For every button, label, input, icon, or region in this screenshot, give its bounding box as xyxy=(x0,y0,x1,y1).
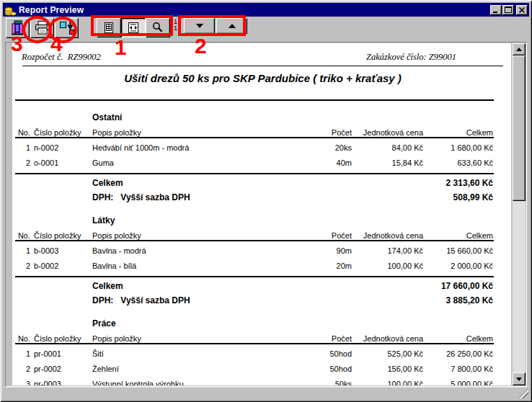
cell-quantity: 90m xyxy=(337,246,352,255)
page-fit-width-icon xyxy=(126,21,141,35)
cell-quantity: 40m xyxy=(337,158,352,167)
title-bar[interactable]: Report Preview xyxy=(3,3,529,17)
view-whole-page-button[interactable] xyxy=(97,18,121,37)
section-vat-value: 3 885,20 Kč xyxy=(446,295,493,305)
report-preview-window: Report Preview xyxy=(0,0,532,402)
arrow-up-icon xyxy=(229,24,236,28)
header-rule xyxy=(22,66,503,66)
view-fit-width-button[interactable] xyxy=(121,18,146,37)
printer-icon xyxy=(34,20,51,36)
col-item-number: Číslo položky xyxy=(34,231,81,240)
report-preview-button[interactable] xyxy=(6,18,30,38)
prev-page-button[interactable] xyxy=(216,18,247,34)
table-row: 2b-0002Bavlna - bílá20m100,00 Kč2 000,00… xyxy=(12,262,511,272)
preview-area: Rozpočet č. RZ99002 Zakázkové číslo: Z99… xyxy=(5,42,527,387)
col-item-number: Číslo položky xyxy=(34,334,81,343)
magnifier-icon xyxy=(151,21,165,35)
table-row: 1b-0003Bavlna - modrá90m174,00 Kč15 660,… xyxy=(12,246,511,256)
cell-description: Bavlna - modrá xyxy=(92,246,146,255)
col-description: Popis položky xyxy=(92,334,141,343)
report-title: Ušití drezů 50 ks pro SKP Pardubice ( tr… xyxy=(22,72,503,84)
section-total-label: Celkem xyxy=(92,178,123,188)
section-title: Práce xyxy=(92,318,116,329)
cell-description: Žehlení xyxy=(92,365,119,373)
cell-item-number: b-0002 xyxy=(34,262,58,270)
col-total: Celkem xyxy=(466,334,493,343)
view-zoom-button[interactable] xyxy=(146,18,170,37)
table-rule xyxy=(15,240,494,241)
cell-quantity: 20ks xyxy=(335,143,352,152)
col-total: Celkem xyxy=(466,231,493,240)
cell-quantity: 50ks xyxy=(335,380,352,385)
section-vat-row: DPH: Vyšší sazba DPH3 885,20 Kč xyxy=(12,295,511,305)
col-unit-price: Jednotková cena xyxy=(363,128,423,137)
cell-quantity: 50hod xyxy=(329,365,352,373)
table-rule xyxy=(15,137,494,138)
arrow-up-icon xyxy=(516,48,522,51)
scrollbar-thumb[interactable] xyxy=(513,55,526,201)
table-rule xyxy=(15,343,494,344)
table-rule xyxy=(15,276,494,277)
cell-total: 633,60 Kč xyxy=(457,158,493,167)
col-no: No. xyxy=(12,128,30,137)
cell-unit-price: 100,00 Kč xyxy=(387,262,423,270)
minimize-button[interactable] xyxy=(490,5,502,15)
col-unit-price: Jednotková cena xyxy=(363,334,423,343)
cell-unit-price: 525,00 Kč xyxy=(387,349,423,358)
status-bar xyxy=(3,387,529,399)
table-row: 1n-0002Hedvábí niť 1000m - modrá20ks84,0… xyxy=(12,143,511,153)
col-quantity: Počet xyxy=(332,334,352,343)
cell-item-number: pr-0003 xyxy=(34,380,61,385)
col-item-number: Číslo položky xyxy=(34,128,81,137)
arrow-down-icon xyxy=(516,378,522,381)
vertical-scrollbar[interactable] xyxy=(513,43,526,385)
export-data-icon xyxy=(58,20,76,36)
col-quantity: Počet xyxy=(332,231,352,240)
scroll-up-button[interactable] xyxy=(513,43,526,55)
section-total-row: Celkem17 660,00 Kč xyxy=(12,281,511,291)
cell-quantity: 50hod xyxy=(329,349,352,358)
report-preview-icon xyxy=(9,20,27,36)
arrow-down-icon xyxy=(196,24,203,28)
cell-description: Výstupní kontrola výrobku xyxy=(92,380,184,385)
maximize-button[interactable] xyxy=(502,5,514,15)
cell-unit-price: 156,00 Kč xyxy=(387,365,423,373)
cell-no: 2 xyxy=(12,365,30,373)
cell-item-number: pr-0001 xyxy=(34,349,61,358)
cell-unit-price: 84,00 Kč xyxy=(392,143,423,152)
cell-unit-price: 15,84 Kč xyxy=(392,158,423,167)
section-total-value: 2 313,60 Kč xyxy=(446,178,493,188)
table-row: 2o-0001Guma40m15,84 Kč633,60 Kč xyxy=(12,158,511,169)
export-data-button[interactable] xyxy=(55,18,79,38)
section-vat-label: DPH: Vyšší sazba DPH xyxy=(92,192,190,202)
resize-grip[interactable] xyxy=(518,388,528,398)
close-button[interactable] xyxy=(516,5,528,15)
cell-total: 26 250,00 Kč xyxy=(446,349,493,358)
coins-icon xyxy=(4,4,17,16)
scroll-down-button[interactable] xyxy=(513,372,526,385)
table-rule xyxy=(15,173,494,174)
section-vat-row: DPH: Vyšší sazba DPH508,99 Kč xyxy=(12,192,511,202)
section-total-label: Celkem xyxy=(92,281,123,291)
cell-description: Hedvábí niť 1000m - modrá xyxy=(92,143,189,152)
window-title: Report Preview xyxy=(19,5,490,15)
budget-number: Rozpočet č. RZ99002 xyxy=(22,52,101,63)
section-vat-value: 508,99 Kč xyxy=(453,192,493,202)
cell-total: 1 680,00 Kč xyxy=(451,143,493,152)
cell-item-number: b-0003 xyxy=(34,246,58,255)
report-page: Rozpočet č. RZ99002 Zakázkové číslo: Z99… xyxy=(12,43,511,385)
toolbar: 1 1 xyxy=(3,17,529,42)
col-unit-price: Jednotková cena xyxy=(363,231,423,240)
page-total: 1 xyxy=(174,25,177,32)
print-button[interactable] xyxy=(30,18,54,38)
order-number: Zakázkové číslo: Z99001 xyxy=(366,52,456,63)
cell-unit-price: 174,00 Kč xyxy=(387,246,423,255)
col-description: Popis položky xyxy=(92,231,141,240)
cell-total: 7 800,00 Kč xyxy=(451,365,493,373)
section-title: Látky xyxy=(92,215,115,225)
page-overview-icon xyxy=(102,21,116,35)
cell-item-number: n-0002 xyxy=(34,143,58,152)
next-page-button[interactable] xyxy=(184,18,215,34)
cell-description: Guma xyxy=(92,158,114,167)
col-quantity: Počet xyxy=(332,128,352,137)
